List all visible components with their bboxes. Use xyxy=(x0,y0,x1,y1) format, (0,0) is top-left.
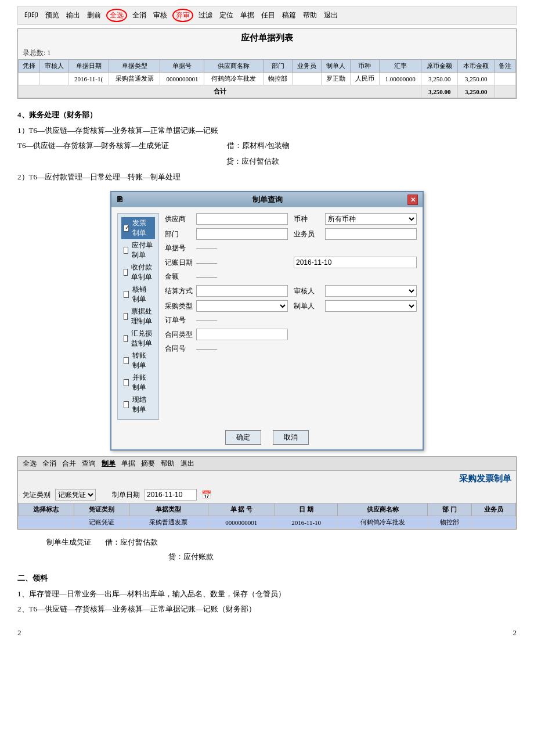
contracttype-input[interactable] xyxy=(196,329,288,340)
col-supplier: 供应商名称 xyxy=(204,60,264,73)
toolbar-unaudit[interactable]: 弃审 xyxy=(172,9,193,22)
bookdate-input[interactable] xyxy=(294,257,417,268)
cell-type: 采购普通发票 xyxy=(109,73,160,85)
dialog-item-receipt[interactable]: 收付款单制单 xyxy=(121,261,155,283)
dialog-item-invoice[interactable]: 发票制单 xyxy=(121,217,155,239)
page-number-right: 2 xyxy=(513,628,517,638)
col-maker: 制单人 xyxy=(322,60,351,73)
inv-cell-vtype: 记账凭证 xyxy=(74,516,129,529)
checkbox-exchange xyxy=(124,335,128,342)
toolbar-delete[interactable]: 删前 xyxy=(85,10,103,21)
inv-col-dtype: 单据类型 xyxy=(129,503,208,516)
toolbar-preview[interactable]: 预览 xyxy=(44,10,61,21)
toolbar-print[interactable]: 印印 xyxy=(23,10,40,21)
toolbar-clear[interactable]: 全消 xyxy=(131,10,148,21)
form-row-salesperson: 业务员 xyxy=(294,228,417,240)
confirm-button[interactable]: 确定 xyxy=(225,430,261,445)
supplier-input[interactable] xyxy=(196,213,288,225)
inv-toolbar-makedoc[interactable]: 制单 xyxy=(102,459,116,469)
dialog-item-payable[interactable]: 应付单制单 xyxy=(121,239,155,261)
cell-auditor xyxy=(39,73,68,85)
checkbox-transfer xyxy=(124,357,129,364)
inv-col-dept: 部 门 xyxy=(428,503,472,516)
dialog-close-button[interactable]: ✕ xyxy=(407,195,418,205)
toolbar-task[interactable]: 任目 xyxy=(259,10,277,21)
purchase-type-select[interactable] xyxy=(196,300,288,312)
total-local: 3,250.00 xyxy=(458,85,495,98)
toolbar-filter[interactable]: 过滤 xyxy=(197,10,214,21)
dialog-item-exchange[interactable]: 汇兑损益制单 xyxy=(121,327,155,350)
inv-col-vtype: 凭证类别 xyxy=(74,503,129,516)
dialog-right-panel: 供应商 币种 所有币种 部门 业务员 xyxy=(165,213,417,420)
form-row-contracttype: 合同类型 xyxy=(165,329,288,340)
checkbox-writeoff xyxy=(124,291,129,298)
dept-input[interactable] xyxy=(196,228,288,240)
date-input[interactable] xyxy=(145,489,197,501)
toolbar-output[interactable]: 输出 xyxy=(64,10,82,21)
salesperson-input[interactable] xyxy=(325,228,417,240)
section2-title: 二、领料 xyxy=(17,571,517,586)
inv-toolbar-merge[interactable]: 合并 xyxy=(62,459,76,469)
voucher-type-label: 凭证类别 xyxy=(23,490,50,500)
maker-select[interactable] xyxy=(325,300,417,312)
voucher-type-select[interactable]: 记账凭证 xyxy=(55,489,96,501)
cell-supplier: 何鹤鸽冷车批发 xyxy=(204,73,264,85)
payment-label: 结算方式 xyxy=(165,286,194,296)
inv-toolbar-selectall[interactable]: 全选 xyxy=(23,459,37,469)
bookdate-dash: ——— xyxy=(196,258,217,267)
list-window-title: 应付单据列表 xyxy=(18,29,516,47)
cell-note xyxy=(495,73,516,85)
dialog-item-label4: 核销制单 xyxy=(132,285,153,304)
inv-col-sales: 业务员 xyxy=(472,503,516,516)
toolbar-select-all[interactable]: 全选 xyxy=(106,9,127,22)
toolbar-draft[interactable]: 稿篇 xyxy=(280,10,298,21)
cancel-button[interactable]: 取消 xyxy=(273,430,309,445)
step1-debit: 借：原材料/包装物 xyxy=(227,139,290,153)
dialog-titlebar: 🖹 制单查询 ✕ xyxy=(111,192,423,207)
inv-toolbar-query[interactable]: 查询 xyxy=(82,459,96,469)
contractno-label: 合同号 xyxy=(165,344,194,354)
dialog-item-transfer[interactable]: 转账制单 xyxy=(121,350,155,372)
amount-dash: ——— xyxy=(196,272,217,281)
col-salesperson: 业务员 xyxy=(293,60,322,73)
voucher-credit: 贷：应付账款 xyxy=(168,552,214,561)
col-orig-amount: 原币金额 xyxy=(421,60,458,73)
payment-input[interactable] xyxy=(196,285,288,297)
checkbox-receipt xyxy=(124,269,128,276)
list-table: 凭择 审核人 单据日期 单据类型 单据号 供应商名称 部门 业务员 制单人 币种… xyxy=(18,59,516,98)
contracttype-label: 合同类型 xyxy=(165,330,194,340)
inv-toolbar-clearall[interactable]: 全消 xyxy=(42,459,56,469)
form-row-currency: 币种 所有币种 xyxy=(294,213,417,225)
reviewer-label: 审核人 xyxy=(294,286,323,296)
voucher-debit: 借：应付暂估款 xyxy=(105,538,158,546)
invoice-table-row[interactable]: 记账凭证 采购普通发票 0000000001 2016-11-10 何鹤鸽冷车批… xyxy=(19,516,516,529)
table-row[interactable]: 2016-11-1( 采购普通发票 0000000001 何鹤鸽冷车批发 物控部… xyxy=(19,73,516,85)
calendar-icon[interactable]: 📅 xyxy=(201,490,211,500)
form-row-bookdate: 记账日期 ——— xyxy=(165,257,288,268)
dialog-item-notes[interactable]: 票据处理制单 xyxy=(121,305,155,327)
currency-select[interactable]: 所有币种 xyxy=(325,213,417,225)
toolbar-help[interactable]: 帮助 xyxy=(301,10,319,21)
toolbar-locate[interactable]: 定位 xyxy=(218,10,235,21)
step2-title: 2）T6—应付款管理—日常处理—转账—制单处理 xyxy=(17,170,517,185)
cell-select xyxy=(19,73,40,85)
inv-cell-dept: 物控部 xyxy=(428,516,472,529)
form-row-contractno: 合同号 ——— xyxy=(165,344,288,354)
dialog-item-writeoff[interactable]: 核销制单 xyxy=(121,283,155,305)
inv-col-supplier: 供应商名称 xyxy=(338,503,428,516)
inv-toolbar-help[interactable]: 帮助 xyxy=(161,459,175,469)
inv-toolbar-doc[interactable]: 单据 xyxy=(121,459,135,469)
page-number-left: 2 xyxy=(17,628,21,638)
toolbar-doc[interactable]: 单据 xyxy=(239,10,256,21)
col-type: 单据类型 xyxy=(109,60,160,73)
reviewer-select[interactable] xyxy=(325,285,417,297)
dialog-item-cash[interactable]: 现结制单 xyxy=(121,394,155,416)
inv-toolbar-abstract[interactable]: 摘要 xyxy=(141,459,155,469)
toolbar-exit[interactable]: 退出 xyxy=(322,10,340,21)
toolbar-audit[interactable]: 审核 xyxy=(151,10,169,21)
form-row-maker: 制单人 xyxy=(294,300,417,312)
form-row-payment: 结算方式 xyxy=(165,285,288,297)
col-local-amount: 本币金额 xyxy=(458,60,495,73)
inv-toolbar-exit[interactable]: 退出 xyxy=(181,459,194,469)
dialog-item-merge[interactable]: 并账制单 xyxy=(121,372,155,394)
